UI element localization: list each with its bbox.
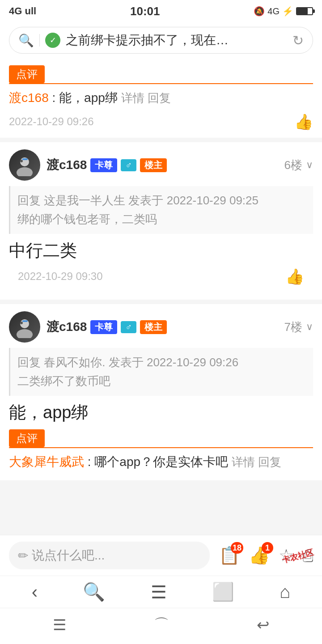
like-icon-wrap[interactable]: 👍 1 (249, 546, 270, 565)
status-bar: 4G ull 10:01 🔕 4G ⚡ (0, 0, 322, 22)
battery-icon (296, 7, 313, 15)
search-nav-icon[interactable]: 🔍 (83, 581, 105, 602)
post-7-username: 渡c168 (47, 318, 87, 335)
post-7-header-left: 渡c168 卡尊 ♂ 楼主 (9, 311, 167, 343)
post-6-floor: 6楼 ∨ (284, 157, 313, 173)
home-nav-icon[interactable]: ⌂ (280, 582, 290, 602)
comment-tag-row-7: 点评 (9, 429, 313, 447)
post-6-username: 渡c168 (47, 157, 87, 174)
search-divider (39, 34, 40, 47)
badge-louzhu-6: 楼主 (140, 158, 167, 172)
quote-time-6: 2022-10-29 09:25 (167, 194, 258, 207)
comment-colon-7: : (88, 455, 91, 469)
pencil-icon: ✏ (18, 548, 28, 563)
badge-kazun-6: 卡尊 (90, 158, 117, 172)
post-6-header: 渡c168 卡尊 ♂ 楼主 6楼 ∨ (9, 149, 313, 181)
comment-username-7: 大象犀牛威武 (9, 455, 84, 469)
sys-nav: ☰ ⌒ ↩ (0, 608, 322, 644)
post-6-time-row: 2022-10-29 09:30 👍 (9, 264, 313, 292)
network-icon: 4G (267, 6, 280, 17)
sys-menu-icon[interactable]: ☰ (53, 616, 66, 634)
post-6-username-row: 渡c168 卡尊 ♂ 楼主 (47, 157, 167, 174)
refresh-icon[interactable]: ↻ (292, 33, 304, 48)
input-action-row: ✏ 说点什么吧... 📋 18 👍 1 ☆ ⎙ (0, 535, 322, 576)
post-6-quote: 回复 这是我一半人生 发表于 2022-10-29 09:25 绑的哪个钱包老哥… (9, 186, 313, 234)
post-7-header: 渡c168 卡尊 ♂ 楼主 7楼 ∨ (9, 311, 313, 343)
dianping-tag-7: 点评 (9, 429, 45, 447)
svg-point-2 (20, 160, 23, 162)
search-bar: 🔍 ✓ 之前绑卡提示抽不了，现在… ↻ (0, 22, 322, 60)
badge-gender-7: ♂ (121, 321, 136, 333)
svg-rect-3 (22, 158, 28, 160)
mute-icon: 🔕 (254, 6, 265, 17)
post-6-main-text: 中行二类 (9, 239, 313, 262)
content-area: 点评 渡c168 : 能，app绑 详情 回复 2022-10-29 09:26… (0, 60, 322, 592)
quote-user-7: 春风不如你. (44, 356, 105, 369)
floor-number-7: 7楼 (284, 319, 302, 335)
post-6: 渡c168 卡尊 ♂ 楼主 6楼 ∨ 回复 这是我一半人生 发表于 2022-1… (0, 142, 322, 300)
comment-text-1: 能，app绑 (59, 91, 118, 105)
comment-actions-1[interactable]: 详情 回复 (121, 91, 171, 105)
quote-time-7: 2022-10-29 09:26 (147, 356, 238, 369)
comment-colon-1: : (52, 91, 56, 105)
status-right-icons: 🔕 4G ⚡ (254, 6, 313, 17)
quote-text-7: 二类绑不了数币吧 (17, 374, 110, 388)
comment-timestamp-1: 2022-10-29 09:26 (9, 115, 94, 128)
comment-block-1: 点评 渡c168 : 能，app绑 详情 回复 2022-10-29 09:26… (0, 60, 322, 138)
search-text: 之前绑卡提示抽不了，现在… (66, 32, 287, 49)
svg-rect-7 (22, 320, 28, 322)
svg-point-1 (17, 167, 33, 176)
svg-point-5 (17, 329, 33, 338)
notify-count: 18 (231, 542, 243, 554)
comment-content-1: 渡c168 : 能，app绑 详情 回复 (0, 84, 322, 109)
signal-text: 4G ull (9, 5, 36, 17)
post-6-header-left: 渡c168 卡尊 ♂ 楼主 (9, 149, 167, 181)
menu-nav-icon[interactable]: ☰ (151, 582, 167, 602)
post-6-timestamp: 2022-10-29 09:30 (18, 270, 103, 283)
shield-icon: ✓ (45, 33, 60, 48)
post-7-user-info: 渡c168 卡尊 ♂ 楼主 (47, 318, 167, 335)
comment-content-7: 大象犀牛威武 : 哪个app？你是实体卡吧 详情 回复 (9, 448, 313, 473)
dianping-tag: 点评 (9, 65, 45, 83)
sys-back-icon[interactable]: ↩ (257, 616, 269, 634)
back-nav-icon[interactable]: ‹ (32, 582, 38, 602)
post-6-user-info: 渡c168 卡尊 ♂ 楼主 (47, 157, 167, 174)
search-icon: 🔍 (18, 33, 34, 48)
comment-block-7: 点评 大象犀牛威武 : 哪个app？你是实体卡吧 详情 回复 (9, 429, 313, 473)
post-7-quote: 回复 春风不如你. 发表于 2022-10-29 09:26 二类绑不了数币吧 (9, 348, 313, 396)
post-7-floor: 7楼 ∨ (284, 319, 313, 335)
input-placeholder: 说点什么吧... (32, 547, 105, 564)
like-icon-1[interactable]: 👍 (294, 113, 313, 131)
expand-icon-6[interactable]: ∨ (306, 159, 313, 171)
avatar-post-7 (9, 311, 40, 343)
svg-point-6 (20, 322, 23, 324)
time-display: 10:01 (130, 4, 160, 18)
comment-tag-row: 点评 (0, 60, 322, 83)
quote-user-6: 这是我一半人生 (44, 194, 125, 207)
comment-actions-7[interactable]: 详情 回复 (232, 455, 281, 469)
comment-text-7: 哪个app？你是实体卡吧 (94, 455, 228, 469)
expand-icon-7[interactable]: ∨ (306, 321, 313, 333)
post-7-username-row: 渡c168 卡尊 ♂ 楼主 (47, 318, 167, 335)
notify-icon-wrap[interactable]: 📋 18 (219, 546, 240, 565)
like-count: 1 (262, 542, 273, 554)
tab-nav-icon[interactable]: ⬜ (212, 581, 234, 602)
floor-number-6: 6楼 (284, 157, 302, 173)
post-7-main-text: 能，app绑 (9, 401, 313, 424)
badge-gender-6: ♂ (121, 159, 136, 171)
comment-time-row-1: 2022-10-29 09:26 👍 (0, 109, 322, 138)
comment-input[interactable]: ✏ 说点什么吧... (9, 542, 210, 569)
avatar-post-6 (9, 149, 40, 181)
like-icon-6[interactable]: 👍 (285, 267, 304, 285)
sys-home-icon[interactable]: ⌒ (154, 614, 169, 635)
search-inner[interactable]: 🔍 ✓ 之前绑卡提示抽不了，现在… ↻ (9, 27, 313, 54)
post-7: 渡c168 卡尊 ♂ 楼主 7楼 ∨ 回复 春风不如你. 发表于 2022-10… (0, 304, 322, 480)
nav-row: ‹ 🔍 ☰ ⬜ ⌂ (0, 576, 322, 608)
quote-text-6: 绑的哪个钱包老哥，二类吗 (17, 212, 157, 226)
badge-kazun-7: 卡尊 (90, 320, 117, 334)
badge-louzhu-7: 楼主 (140, 320, 167, 334)
bottom-bar: ✏ 说点什么吧... 📋 18 👍 1 ☆ ⎙ ‹ 🔍 ☰ ⬜ ⌂ ☰ ⌒ ↩ (0, 535, 322, 644)
charge-icon: ⚡ (282, 6, 293, 17)
comment-username-1: 渡c168 (9, 91, 49, 105)
